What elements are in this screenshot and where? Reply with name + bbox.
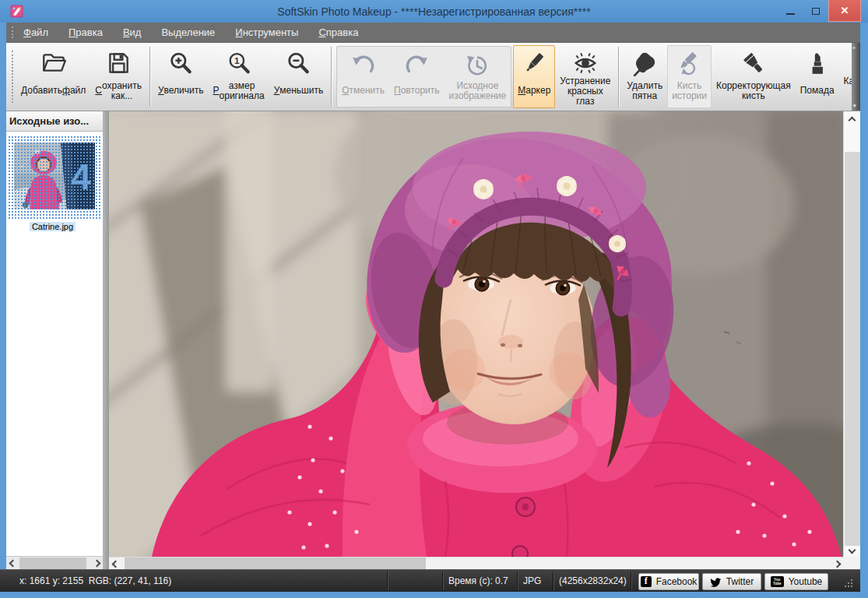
history-brush-button[interactable]: Кистьистории [667,45,712,108]
title-bar[interactable]: SoftSkin Photo Makeup - ****Незарегистри… [0,0,868,23]
youtube-button[interactable]: YouTubeYoutube [764,573,828,590]
lipstick-label: Помада [800,76,835,105]
close-icon: ✕ [841,5,849,16]
canvas-scroll-right-arrow[interactable] [831,558,843,570]
facebook-icon: f [641,576,652,587]
zoom-in-label: Увеличить [158,76,204,105]
concealer-brush-button[interactable]: Корректорующаякисть [712,45,796,108]
twitter-icon [710,577,722,587]
window-border-left [0,23,6,569]
marker-button[interactable]: Маркер [513,45,555,108]
twitter-label: Twitter [726,576,754,587]
close-button[interactable]: ✕ [828,0,861,22]
pixel-info: x: 1661 y: 2155 RGB: (227, 41, 116) [19,575,171,586]
twitter-button[interactable]: Twitter [702,573,761,590]
thumbnail-caption[interactable]: Catrine.jpg [6,222,99,231]
original-image-button[interactable]: Исходноеизображение [445,47,511,106]
wide-brush-icon [740,50,767,76]
source-images-panel: Исходные изо... 4 Catr [6,111,103,569]
toolbar-overflow-strip[interactable]: » ▾ [852,43,860,111]
menu-item-selection[interactable]: Выделение [151,23,225,43]
canvas-scroll-down-arrow[interactable] [845,543,858,556]
spot-blob-icon [631,50,658,76]
toolbar-separator [149,47,150,107]
toolbar-overflow-right-icon: » [852,45,855,51]
undo-label: Отменить [342,79,385,103]
save-as-label: Сохранитькак... [95,76,142,105]
photo-canvas[interactable] [109,111,843,557]
redo-label: Повторить [394,79,440,103]
toolbar-groups: ДобавитьфайлСохранитькак...Увеличить1Раз… [16,44,860,109]
sidebar-horizontal-scrollbar[interactable] [6,556,103,569]
status-separator [631,572,631,590]
scrollbar-corner [843,557,860,569]
facebook-button[interactable]: fFacebook [638,573,699,590]
zoom-out-label: Уменьшить [274,76,324,105]
canvas-hscroll-thumb[interactable] [125,558,426,570]
history-clock-icon [464,52,490,79]
minimize-button[interactable] [778,0,802,22]
youtube-label: Youtube [789,576,823,587]
file-format: JPG [523,575,541,586]
panel-splitter[interactable] [103,111,109,569]
thumbnail-item-catrine[interactable]: 4 [8,135,100,220]
zoom-out-icon [285,50,311,76]
add-file-button[interactable]: Добавитьфайл [16,45,90,108]
source-images-header: Исходные изо... [6,111,103,132]
floppy-disk-icon [105,50,132,76]
canvas-vertical-scrollbar[interactable] [843,111,860,557]
canvas-vscroll-thumb[interactable] [845,152,860,546]
maximize-icon [812,8,820,15]
status-separator [442,572,443,590]
redo-button[interactable]: Повторить [389,47,445,106]
toolbar-overflow-down-icon: ▾ [853,103,856,109]
selection-dots-overlay [8,135,100,220]
lipstick-button[interactable]: Помада [796,45,839,108]
save-as-button[interactable]: Сохранитькак... [90,45,146,108]
status-separator [553,572,553,590]
sidebar-scroll-left-arrow[interactable] [6,557,19,569]
menu-item-view[interactable]: Вид [113,23,152,43]
menu-item-edit[interactable]: Правка [58,23,113,43]
maximize-button[interactable] [804,0,828,22]
menu-item-help[interactable]: Справка [308,23,368,43]
image-dimensions: (4256x2832x24) [559,575,627,586]
youtube-icon: YouTube [771,576,784,587]
menu-item-file[interactable]: Файл [13,23,58,43]
canvas-scroll-left-arrow[interactable] [109,558,121,570]
status-bar: x: 1661 y: 2155 RGB: (227, 41, 116) Врем… [0,569,860,592]
marker-pen-icon [521,50,547,76]
menu-bar: ФайлПравкаВидВыделениеИнструментыСправка [6,23,860,43]
sidebar-scroll-thumb[interactable] [19,558,86,569]
sidebar-scroll-right-arrow[interactable] [90,557,103,569]
canvas-scroll-up-arrow[interactable] [845,114,858,126]
girl-in-pink-beret-photo [109,111,843,557]
remove-spots-button[interactable]: Удалитьпятна [622,45,667,108]
resize-grip[interactable] [842,576,852,587]
undo-button[interactable]: Отменить [337,47,389,106]
zoom-out-button[interactable]: Уменьшить [269,45,329,108]
status-separator [387,572,388,590]
remove-spots-label: Удалитьпятна [627,76,662,105]
window-border-right [860,23,868,592]
redo-arrow-icon [403,52,430,79]
processing-time: Время (с): 0.7 [448,575,508,586]
toolbar-inset-panel: ОтменитьПовторитьИсходноеизображение [336,46,511,107]
toolbar: ДобавитьфайлСохранитькак...Увеличить1Раз… [6,43,860,111]
menu-item-tools[interactable]: Инструменты [225,23,308,43]
toolbar-separator [331,47,332,107]
history-brush-label: Кистьистории [672,76,707,105]
zoom-original-button[interactable]: 1Размероригинала [209,45,269,108]
red-eye-removal-label: Устранениекрасныхглаз [560,76,610,107]
undo-arrow-icon [350,52,377,79]
zoom-in-icon [167,50,194,76]
original-image-label: Исходноеизображение [449,79,507,103]
zoom-in-button[interactable]: Увеличить [153,45,209,108]
facebook-label: Facebook [656,576,698,587]
toolbar-grip-handle[interactable] [12,51,13,103]
window-border-bottom [0,592,868,598]
minimize-icon [786,13,795,15]
canvas-horizontal-scrollbar[interactable] [109,557,843,569]
add-file-label: Добавитьфайл [21,76,86,105]
red-eye-removal-button[interactable]: Устранениекрасныхглаз [555,45,615,108]
